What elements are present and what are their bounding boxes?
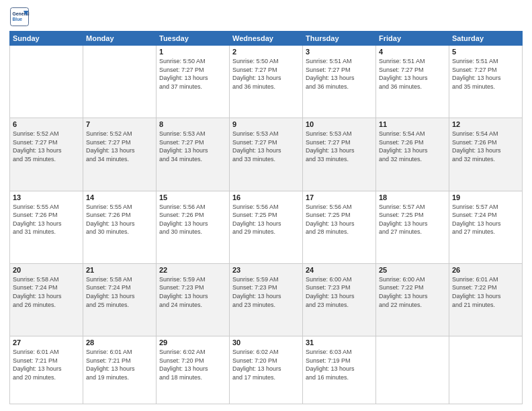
day-info: Sunrise: 6:02 AM Sunset: 7:20 PM Dayligh… [232,348,300,381]
calendar-cell: 23Sunrise: 5:59 AM Sunset: 7:23 PM Dayli… [230,263,303,336]
calendar-cell: 15Sunrise: 5:56 AM Sunset: 7:26 PM Dayli… [157,191,230,263]
day-number: 7 [86,120,153,128]
day-number: 19 [452,193,519,201]
calendar-cell: 1Sunrise: 5:50 AM Sunset: 7:27 PM Daylig… [157,46,230,118]
calendar-cell: 30Sunrise: 6:02 AM Sunset: 7:20 PM Dayli… [230,336,303,404]
day-number: 30 [232,338,300,347]
day-info: Sunrise: 5:53 AM Sunset: 7:27 PM Dayligh… [159,130,226,163]
calendar-cell: 10Sunrise: 5:53 AM Sunset: 7:27 PM Dayli… [303,118,376,191]
day-info: Sunrise: 6:01 AM Sunset: 7:21 PM Dayligh… [86,348,153,381]
day-info: Sunrise: 5:50 AM Sunset: 7:27 PM Dayligh… [159,57,226,91]
calendar-cell: 7Sunrise: 5:52 AM Sunset: 7:27 PM Daylig… [83,118,157,191]
calendar-cell: 9Sunrise: 5:53 AM Sunset: 7:27 PM Daylig… [230,118,303,191]
day-info: Sunrise: 5:56 AM Sunset: 7:25 PM Dayligh… [232,203,300,236]
weekday-header-monday: Monday [83,32,157,46]
day-number: 18 [379,193,446,201]
calendar-cell: 26Sunrise: 6:01 AM Sunset: 7:22 PM Dayli… [449,263,523,336]
week-row-5: 27Sunrise: 6:01 AM Sunset: 7:21 PM Dayli… [10,336,523,404]
svg-text:Blue: Blue [13,17,23,21]
day-info: Sunrise: 5:50 AM Sunset: 7:27 PM Dayligh… [232,57,300,91]
calendar-cell: 11Sunrise: 5:54 AM Sunset: 7:26 PM Dayli… [376,118,449,191]
day-info: Sunrise: 6:01 AM Sunset: 7:21 PM Dayligh… [13,348,80,381]
calendar-cell: 24Sunrise: 6:00 AM Sunset: 7:23 PM Dayli… [303,263,376,336]
calendar-cell: 16Sunrise: 5:56 AM Sunset: 7:25 PM Dayli… [230,191,303,263]
day-number: 1 [159,48,226,56]
day-number: 8 [159,120,226,128]
weekday-header-saturday: Saturday [449,32,523,46]
calendar-cell [83,46,157,118]
calendar-cell: 25Sunrise: 6:00 AM Sunset: 7:22 PM Dayli… [376,263,449,336]
day-info: Sunrise: 5:57 AM Sunset: 7:25 PM Dayligh… [379,203,446,236]
weekday-header-tuesday: Tuesday [157,32,230,46]
day-info: Sunrise: 6:03 AM Sunset: 7:19 PM Dayligh… [306,348,373,381]
logo: General Blue [9,7,32,27]
day-number: 20 [13,266,80,274]
calendar-cell [10,46,83,118]
day-number: 31 [306,338,373,347]
day-info: Sunrise: 5:56 AM Sunset: 7:26 PM Dayligh… [159,203,226,236]
calendar-cell: 20Sunrise: 5:58 AM Sunset: 7:24 PM Dayli… [10,263,83,336]
day-number: 15 [159,193,226,201]
day-info: Sunrise: 5:58 AM Sunset: 7:24 PM Dayligh… [86,275,153,309]
day-number: 2 [232,48,300,56]
day-info: Sunrise: 5:53 AM Sunset: 7:27 PM Dayligh… [306,130,373,163]
weekday-header-thursday: Thursday [303,32,376,46]
calendar-cell: 14Sunrise: 5:55 AM Sunset: 7:26 PM Dayli… [83,191,157,263]
week-row-3: 13Sunrise: 5:55 AM Sunset: 7:26 PM Dayli… [10,191,523,263]
calendar-cell: 3Sunrise: 5:51 AM Sunset: 7:27 PM Daylig… [303,46,376,118]
day-info: Sunrise: 5:52 AM Sunset: 7:27 PM Dayligh… [86,130,153,163]
calendar-cell: 17Sunrise: 5:56 AM Sunset: 7:25 PM Dayli… [303,191,376,263]
calendar-cell: 4Sunrise: 5:51 AM Sunset: 7:27 PM Daylig… [376,46,449,118]
day-number: 21 [86,266,153,274]
day-number: 9 [232,120,300,128]
day-number: 4 [379,48,446,56]
calendar-cell: 27Sunrise: 6:01 AM Sunset: 7:21 PM Dayli… [10,336,83,404]
day-info: Sunrise: 5:51 AM Sunset: 7:27 PM Dayligh… [452,57,519,91]
day-number: 17 [306,193,373,201]
calendar-cell: 19Sunrise: 5:57 AM Sunset: 7:24 PM Dayli… [449,191,523,263]
calendar-cell: 6Sunrise: 5:52 AM Sunset: 7:27 PM Daylig… [10,118,83,191]
day-info: Sunrise: 5:51 AM Sunset: 7:27 PM Dayligh… [379,57,446,91]
calendar-cell: 21Sunrise: 5:58 AM Sunset: 7:24 PM Dayli… [83,263,157,336]
calendar-cell: 12Sunrise: 5:54 AM Sunset: 7:26 PM Dayli… [449,118,523,191]
day-number: 16 [232,193,300,201]
calendar-cell [449,336,523,404]
calendar-cell: 5Sunrise: 5:51 AM Sunset: 7:27 PM Daylig… [449,46,523,118]
day-number: 25 [379,266,446,274]
calendar-cell: 31Sunrise: 6:03 AM Sunset: 7:19 PM Dayli… [303,336,376,404]
day-info: Sunrise: 5:54 AM Sunset: 7:26 PM Dayligh… [452,130,519,163]
day-info: Sunrise: 6:00 AM Sunset: 7:23 PM Dayligh… [306,275,373,309]
day-number: 11 [379,120,446,128]
calendar-cell: 22Sunrise: 5:59 AM Sunset: 7:23 PM Dayli… [157,263,230,336]
day-info: Sunrise: 5:57 AM Sunset: 7:24 PM Dayligh… [452,203,519,236]
day-info: Sunrise: 5:51 AM Sunset: 7:27 PM Dayligh… [306,57,373,91]
day-number: 28 [86,338,153,347]
day-number: 22 [159,266,226,274]
day-number: 6 [13,120,80,128]
day-info: Sunrise: 5:59 AM Sunset: 7:23 PM Dayligh… [232,275,300,309]
weekday-header-friday: Friday [376,32,449,46]
weekday-header-sunday: Sunday [10,32,83,46]
day-info: Sunrise: 5:56 AM Sunset: 7:25 PM Dayligh… [306,203,373,236]
day-number: 23 [232,266,300,274]
day-number: 12 [452,120,519,128]
day-info: Sunrise: 5:55 AM Sunset: 7:26 PM Dayligh… [13,203,80,236]
calendar-cell: 18Sunrise: 5:57 AM Sunset: 7:25 PM Dayli… [376,191,449,263]
day-number: 26 [452,266,519,274]
calendar-cell: 29Sunrise: 6:02 AM Sunset: 7:20 PM Dayli… [157,336,230,404]
day-number: 5 [452,48,519,56]
page-header: General Blue [9,7,523,27]
calendar-table: SundayMondayTuesdayWednesdayThursdayFrid… [9,31,523,404]
day-info: Sunrise: 5:58 AM Sunset: 7:24 PM Dayligh… [13,275,80,309]
day-number: 13 [13,193,80,201]
calendar-cell: 13Sunrise: 5:55 AM Sunset: 7:26 PM Dayli… [10,191,83,263]
calendar-cell [376,336,449,404]
logo-icon: General Blue [9,7,30,27]
day-number: 10 [306,120,373,128]
day-info: Sunrise: 5:55 AM Sunset: 7:26 PM Dayligh… [86,203,153,236]
day-info: Sunrise: 5:54 AM Sunset: 7:26 PM Dayligh… [379,130,446,163]
day-number: 3 [306,48,373,56]
week-row-2: 6Sunrise: 5:52 AM Sunset: 7:27 PM Daylig… [10,118,523,191]
day-info: Sunrise: 6:00 AM Sunset: 7:22 PM Dayligh… [379,275,446,309]
day-number: 29 [159,338,226,347]
